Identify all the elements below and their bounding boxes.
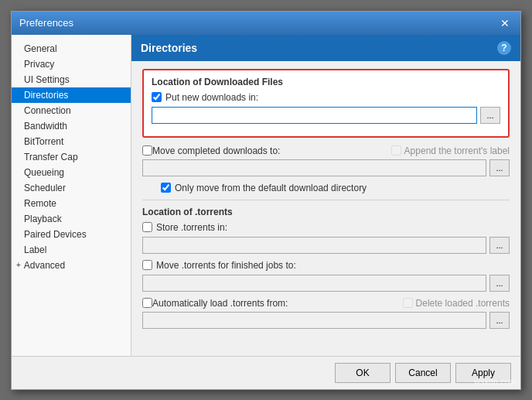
sidebar-label-general: General bbox=[24, 43, 57, 54]
downloaded-files-label: Location of Downloaded Files bbox=[152, 77, 500, 87]
store-torrents-row: Store .torrents in: bbox=[142, 222, 510, 233]
auto-load-input[interactable] bbox=[142, 312, 486, 329]
dialog-footer: OK Cancel Apply bbox=[12, 356, 520, 389]
section-header: Directories ? bbox=[131, 35, 520, 61]
sidebar-label-bittorrent: BitTorrent bbox=[24, 136, 63, 147]
expand-icon-advanced: + bbox=[16, 261, 21, 269]
ok-button[interactable]: OK bbox=[335, 363, 390, 383]
move-completed-row: Move completed downloads to: Append the … bbox=[142, 145, 510, 156]
auto-load-row: Automatically load .torrents from: Delet… bbox=[142, 298, 510, 309]
only-move-label: Only move from the default download dire… bbox=[175, 183, 367, 193]
only-move-row: Only move from the default download dire… bbox=[142, 183, 510, 193]
sidebar-item-general[interactable]: General bbox=[12, 41, 131, 56]
put-new-downloads-input[interactable]: F:\torrent bbox=[152, 107, 477, 124]
sidebar-label-label: Label bbox=[24, 244, 46, 255]
sidebar-item-remote[interactable]: Remote bbox=[12, 196, 131, 211]
put-new-downloads-checkbox[interactable] bbox=[152, 92, 162, 102]
append-label-checkbox[interactable] bbox=[391, 145, 401, 156]
put-new-downloads-input-row: F:\torrent ... bbox=[152, 107, 500, 124]
sidebar-label-advanced: Advanced bbox=[24, 260, 65, 271]
store-torrents-browse[interactable]: ... bbox=[489, 237, 510, 254]
store-torrents-input-row: ... bbox=[142, 237, 510, 254]
move-torrents-row: Move .torrents for finished jobs to: bbox=[142, 260, 510, 271]
close-button[interactable]: ✕ bbox=[497, 17, 513, 29]
move-completed-label: Move completed downloads to: bbox=[152, 145, 280, 156]
sidebar-item-privacy[interactable]: Privacy bbox=[12, 56, 131, 72]
sidebar-label-queueing: Queueing bbox=[24, 167, 64, 178]
sidebar-label-bandwidth: Bandwidth bbox=[24, 121, 67, 132]
move-torrents-input-row: ... bbox=[142, 275, 510, 292]
downloaded-files-box: Location of Downloaded Files Put new dow… bbox=[142, 69, 510, 138]
preferences-dialog: Preferences ✕ GeneralPrivacyUI SettingsD… bbox=[11, 11, 521, 390]
sidebar-label-playback: Playback bbox=[24, 214, 62, 224]
move-torrents-label: Move .torrents for finished jobs to: bbox=[156, 260, 296, 271]
move-completed-input[interactable] bbox=[142, 159, 486, 176]
sidebar-item-bittorrent[interactable]: BitTorrent bbox=[12, 134, 131, 149]
sidebar-item-transfer-cap[interactable]: Transfer Cap bbox=[12, 149, 131, 165]
move-completed-left: Move completed downloads to: bbox=[142, 145, 280, 156]
store-torrents-checkbox[interactable] bbox=[142, 222, 152, 232]
sidebar-label-directories: Directories bbox=[24, 90, 68, 101]
sidebar-item-paired-devices[interactable]: Paired Devices bbox=[12, 227, 131, 242]
sidebar-label-scheduler: Scheduler bbox=[24, 183, 66, 193]
put-new-downloads-row: Put new downloads in: bbox=[152, 92, 500, 103]
dialog-title: Preferences bbox=[19, 17, 73, 29]
apply-button[interactable]: Apply bbox=[455, 363, 511, 383]
title-bar: Preferences ✕ bbox=[12, 12, 520, 35]
move-torrents-checkbox[interactable] bbox=[142, 260, 152, 270]
sidebar-label-transfer-cap: Transfer Cap bbox=[24, 152, 78, 162]
move-torrents-browse[interactable]: ... bbox=[489, 275, 510, 292]
sidebar-item-scheduler[interactable]: Scheduler bbox=[12, 180, 131, 196]
section-divider bbox=[142, 200, 510, 200]
move-completed-browse[interactable]: ... bbox=[489, 159, 510, 176]
sidebar-item-directories[interactable]: Directories bbox=[12, 87, 131, 103]
section-title: Directories bbox=[141, 42, 197, 54]
main-content: Directories ? Location of Downloaded Fil… bbox=[131, 35, 520, 356]
sidebar-item-connection[interactable]: Connection bbox=[12, 103, 131, 118]
sidebar-label-paired-devices: Paired Devices bbox=[24, 229, 87, 240]
torrents-group-label: Location of .torrents bbox=[142, 207, 510, 217]
cancel-button[interactable]: Cancel bbox=[395, 363, 451, 383]
sidebar-label-privacy: Privacy bbox=[24, 59, 54, 70]
sidebar-item-queueing[interactable]: Queueing bbox=[12, 165, 131, 180]
help-icon[interactable]: ? bbox=[497, 41, 511, 55]
only-move-checkbox[interactable] bbox=[161, 183, 171, 193]
store-torrents-input[interactable] bbox=[142, 237, 486, 254]
move-torrents-input[interactable] bbox=[142, 275, 486, 292]
delete-loaded-checkbox[interactable] bbox=[403, 298, 413, 308]
sidebar-label-ui-settings: UI Settings bbox=[24, 74, 70, 85]
auto-load-checkbox[interactable] bbox=[142, 298, 152, 308]
sidebar-item-advanced[interactable]: +Advanced bbox=[12, 258, 131, 273]
move-completed-checkbox[interactable] bbox=[142, 145, 152, 156]
sidebar-label-remote: Remote bbox=[24, 198, 56, 209]
store-torrents-label: Store .torrents in: bbox=[156, 222, 227, 233]
auto-load-label: Automatically load .torrents from: bbox=[152, 298, 288, 309]
move-completed-input-row: ... bbox=[142, 159, 510, 176]
put-new-downloads-label: Put new downloads in: bbox=[165, 92, 258, 103]
put-new-downloads-browse[interactable]: ... bbox=[480, 107, 500, 124]
section-body: Location of Downloaded Files Put new dow… bbox=[131, 61, 520, 356]
auto-load-browse[interactable]: ... bbox=[489, 312, 510, 329]
sidebar-item-ui-settings[interactable]: UI Settings bbox=[12, 72, 131, 87]
append-label-row: Append the torrent's label bbox=[391, 145, 510, 156]
sidebar: GeneralPrivacyUI SettingsDirectoriesConn… bbox=[12, 35, 131, 356]
auto-load-input-row: ... bbox=[142, 312, 510, 329]
torrents-section: Location of .torrents Store .torrents in… bbox=[142, 207, 510, 329]
delete-loaded-label: Delete loaded .torrents bbox=[416, 298, 510, 309]
dialog-body: GeneralPrivacyUI SettingsDirectoriesConn… bbox=[12, 35, 520, 356]
sidebar-item-label[interactable]: Label bbox=[12, 242, 131, 258]
sidebar-label-connection: Connection bbox=[24, 105, 71, 116]
sidebar-item-playback[interactable]: Playback bbox=[12, 211, 131, 227]
append-label-text: Append the torrent's label bbox=[404, 145, 510, 156]
sidebar-item-bandwidth[interactable]: Bandwidth bbox=[12, 118, 131, 134]
